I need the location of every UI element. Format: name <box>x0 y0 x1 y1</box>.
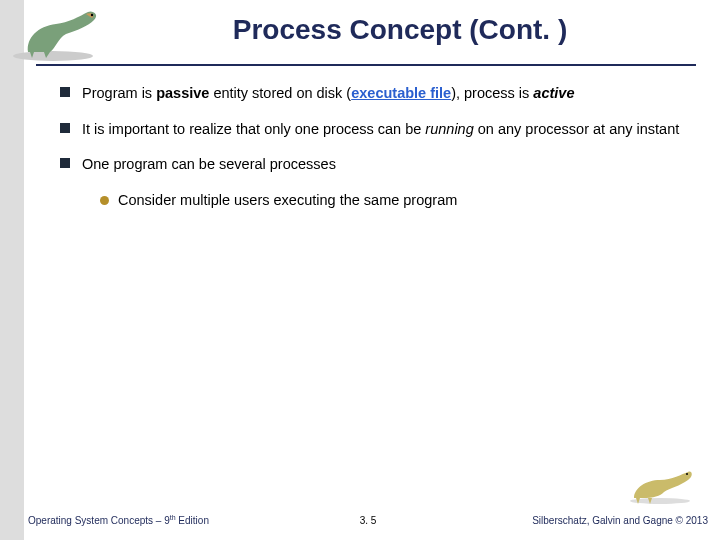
content-area: Program is passive entity stored on disk… <box>60 84 680 224</box>
text: ), process is <box>451 85 533 101</box>
text: entity stored on disk ( <box>209 85 351 101</box>
svg-point-3 <box>686 473 688 475</box>
footer-left: Operating System Concepts – 9th Edition <box>28 514 209 526</box>
text: It is important to realize that only one… <box>82 121 425 137</box>
title-rule <box>36 64 696 66</box>
text: Consider multiple users executing the sa… <box>118 192 457 208</box>
text: on any processor at any instant <box>474 121 680 137</box>
square-bullet-icon <box>60 123 70 133</box>
text-running: running <box>425 121 473 137</box>
footer-right: Silberschatz, Galvin and Gagne © 2013 <box>532 515 708 526</box>
bullet-1: Program is passive entity stored on disk… <box>60 84 680 104</box>
bullet-2: It is important to realize that only one… <box>60 120 680 140</box>
square-bullet-icon <box>60 87 70 97</box>
dinosaur-logo-bottom <box>624 468 696 506</box>
svg-point-1 <box>91 14 93 16</box>
bullet-3: One program can be several processes <box>60 155 680 175</box>
text: Program is <box>82 85 156 101</box>
subbullet-3a: Consider multiple users executing the sa… <box>60 191 680 211</box>
text: Operating System Concepts – 9 <box>28 515 170 526</box>
text-passive: passive <box>156 85 209 101</box>
text: One program can be several processes <box>82 156 336 172</box>
dinosaur-logo-top <box>8 8 108 64</box>
link-executable-file[interactable]: executable file <box>351 85 451 101</box>
circle-bullet-icon <box>100 196 109 205</box>
footer: Operating System Concepts – 9th Edition … <box>28 510 708 530</box>
footer-page-number: 3. 5 <box>360 515 377 526</box>
text-active: active <box>533 85 574 101</box>
slide-title: Process Concept (Cont. ) <box>120 14 680 46</box>
slide: Process Concept (Cont. ) Program is pass… <box>0 0 720 540</box>
text: Edition <box>176 515 209 526</box>
svg-point-0 <box>13 51 93 61</box>
side-accent <box>0 0 24 540</box>
square-bullet-icon <box>60 158 70 168</box>
